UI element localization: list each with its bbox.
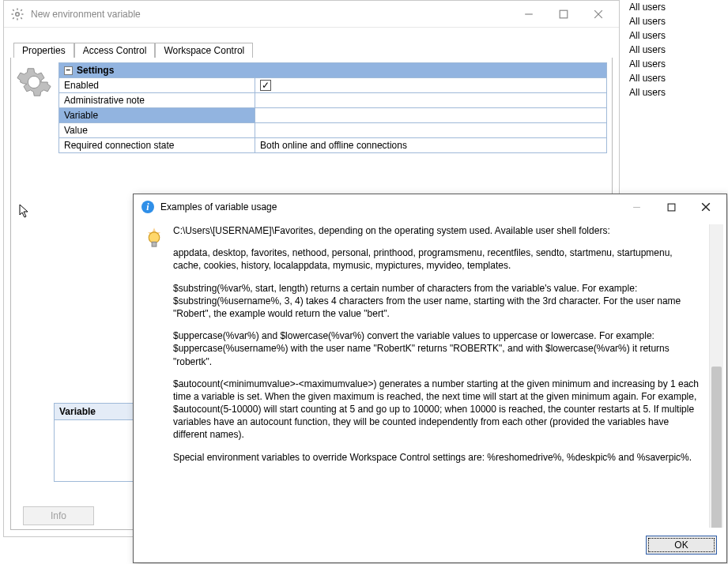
grid-row-connection-state[interactable]: Required connection state Both online an… (59, 138, 606, 152)
dialog-paragraph: Special environment variables to overrid… (173, 451, 701, 464)
titlebar[interactable]: New environment variable (4, 1, 619, 28)
mouse-cursor-icon (19, 204, 30, 218)
svg-rect-2 (560, 10, 568, 18)
ok-button[interactable]: OK (646, 536, 717, 555)
user-list-item[interactable]: All users (626, 85, 721, 100)
info-button: Info (23, 506, 94, 525)
grid-row-value[interactable]: Value (59, 123, 606, 138)
app-icon (10, 7, 25, 21)
dialog-close-button[interactable] (688, 196, 723, 218)
svg-point-0 (16, 12, 20, 16)
user-list-item[interactable]: All users (626, 14, 721, 28)
examples-dialog: i Examples of variable usage C:\Users\[U… (133, 194, 727, 563)
lightbulb-icon (143, 224, 168, 528)
user-list-item[interactable]: All users (626, 0, 721, 14)
tab-properties[interactable]: Properties (13, 43, 74, 58)
dialog-paragraph: appdata, desktop, favorites, nethood, pe… (173, 246, 701, 272)
grid-row-enabled[interactable]: Enabled (59, 78, 606, 93)
minimize-button[interactable] (511, 2, 546, 26)
window-title: New environment variable (31, 9, 511, 20)
info-icon: i (141, 201, 154, 213)
dialog-titlebar[interactable]: i Examples of variable usage (134, 194, 726, 220)
dialog-maximize-button[interactable] (654, 196, 688, 218)
tab-workspace-control[interactable]: Workspace Control (155, 43, 253, 58)
grid-header[interactable]: − Settings (59, 63, 606, 78)
dialog-paragraph: $autocount(<minimumvalue>-<maximumvalue>… (173, 378, 701, 442)
grid-header-label: Settings (77, 65, 114, 76)
tab-bar: Properties Access Control Workspace Cont… (10, 40, 613, 58)
svg-rect-10 (152, 242, 157, 246)
svg-rect-6 (668, 204, 675, 211)
settings-grid: − Settings Enabled Administrative note (58, 62, 607, 153)
grid-row-variable[interactable]: Variable (59, 108, 606, 123)
tab-access-control[interactable]: Access Control (74, 43, 156, 58)
enabled-checkbox[interactable] (260, 80, 271, 91)
dialog-paragraph: C:\Users\[USERNAME]\Favorites, depending… (173, 224, 701, 237)
user-list: All users All users All users All users … (626, 0, 721, 100)
user-list-item[interactable]: All users (626, 43, 721, 57)
user-list-item[interactable]: All users (626, 57, 721, 71)
dialog-paragraph: $uppercase(%var%) and $lowercase(%var%) … (173, 329, 701, 368)
user-list-item[interactable]: All users (626, 71, 721, 85)
svg-point-9 (149, 232, 160, 243)
dialog-paragraph: $substring(%var%, start, length) returns… (173, 282, 701, 321)
dialog-scrollbar[interactable] (709, 224, 723, 528)
scrollbar-thumb[interactable] (711, 367, 722, 528)
grid-row-admin-note[interactable]: Administrative note (59, 93, 606, 108)
close-button[interactable] (581, 2, 616, 26)
user-list-item[interactable]: All users (626, 28, 721, 43)
dialog-minimize-button[interactable] (619, 196, 654, 218)
maximize-button[interactable] (546, 2, 581, 26)
dialog-text: C:\Users\[USERNAME]\Favorites, depending… (173, 224, 704, 528)
collapse-icon[interactable]: − (64, 66, 73, 75)
gear-icon (16, 92, 52, 103)
dialog-title: Examples of variable usage (160, 201, 619, 212)
